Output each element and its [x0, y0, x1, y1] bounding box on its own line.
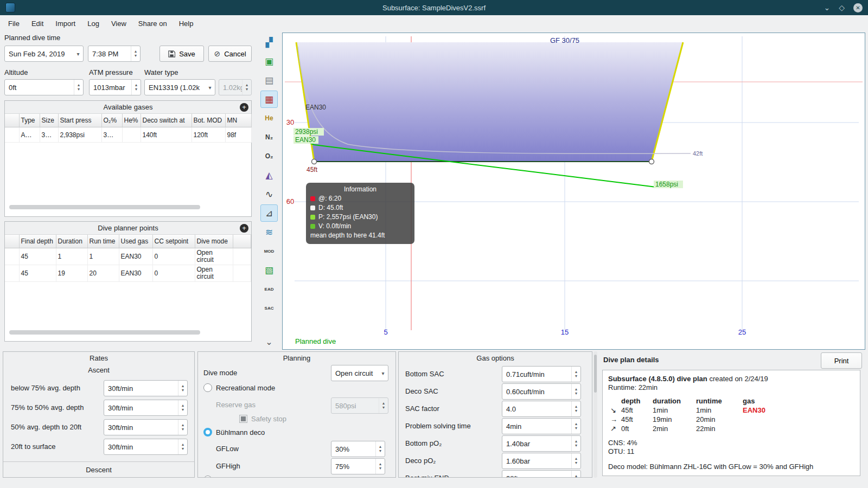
- spinner-arrows[interactable]: [571, 471, 580, 478]
- point-setpoint-cell[interactable]: 0: [152, 265, 195, 282]
- gases-header-start-press[interactable]: Start press: [58, 114, 101, 127]
- points-header-delete[interactable]: [5, 235, 19, 248]
- add-gas-button[interactable]: +: [240, 103, 248, 112]
- water-type-value[interactable]: EN13319 (1.02k: [145, 84, 205, 92]
- gas-pressure-graph-icon[interactable]: ◭: [260, 166, 278, 184]
- gas-mnd-cell[interactable]: 98f: [225, 127, 251, 143]
- spinner-arrows[interactable]: [131, 46, 140, 61]
- buhlmann-deco-radio[interactable]: [203, 428, 212, 436]
- points-header-duration[interactable]: Duration: [56, 235, 87, 248]
- pp-n2-icon[interactable]: N₂: [260, 129, 278, 146]
- menu-file[interactable]: File: [2, 17, 25, 30]
- point-runtime-cell[interactable]: 1: [87, 248, 119, 265]
- spinner-arrows[interactable]: [74, 80, 83, 95]
- gases-hscrollbar[interactable]: [9, 205, 200, 209]
- gflow-value[interactable]: 30%: [331, 445, 375, 453]
- atm-pressure-value[interactable]: 1013mbar: [90, 84, 131, 92]
- delete-point-cell[interactable]: [5, 248, 19, 265]
- gas-size-cell[interactable]: 3…: [40, 127, 58, 143]
- profile-graph-icon[interactable]: ▞: [260, 34, 278, 51]
- menu-help[interactable]: Help: [173, 17, 200, 30]
- best-mix-end-spinner[interactable]: 98ft: [502, 470, 581, 478]
- delete-point-cell[interactable]: [5, 265, 19, 282]
- menu-share-on[interactable]: Share on: [132, 17, 173, 30]
- scroll-down-icon[interactable]: ⌄: [260, 333, 278, 350]
- gflow-spinner[interactable]: 30%: [331, 441, 385, 457]
- spinner-arrows[interactable]: [131, 80, 141, 95]
- sac-rate-icon[interactable]: SAC: [260, 299, 278, 317]
- point-gas-cell[interactable]: EAN30: [119, 248, 152, 265]
- gas-option-value[interactable]: 1.40bar: [502, 440, 571, 448]
- spinner-arrows[interactable]: [375, 441, 385, 457]
- spinner-arrows[interactable]: [571, 453, 580, 468]
- close-icon[interactable]: ✕: [853, 3, 863, 12]
- point-depth-cell[interactable]: 45: [19, 248, 56, 265]
- point-setpoint-cell[interactable]: 0: [152, 248, 195, 265]
- heart-rate-icon[interactable]: ∿: [260, 185, 278, 203]
- photos-icon[interactable]: ▣: [260, 53, 278, 70]
- gas-o2-cell[interactable]: 3…: [101, 127, 122, 143]
- add-point-button[interactable]: +: [240, 224, 248, 233]
- gfhigh-spinner[interactable]: 75%: [331, 458, 385, 474]
- point-runtime-cell[interactable]: 20: [87, 265, 119, 282]
- mod-icon[interactable]: MOD: [260, 242, 278, 260]
- ascent-rate-stops-spinner[interactable]: 30ft/min: [104, 419, 188, 435]
- sac-color-icon[interactable]: ▧: [260, 261, 278, 279]
- gas-option-value[interactable]: 98ft: [502, 474, 571, 478]
- chevron-down-icon[interactable]: [73, 46, 83, 61]
- spinner-arrows[interactable]: [178, 420, 187, 435]
- points-header-runtime[interactable]: Run time: [87, 235, 119, 248]
- points-header-gas[interactable]: Used gas: [119, 235, 152, 248]
- ruler-icon[interactable]: ⊿: [260, 204, 278, 222]
- gases-header-bot-mod[interactable]: Bot. MOD: [192, 114, 225, 127]
- point-mode-cell[interactable]: Open circuit: [195, 248, 233, 265]
- gases-header-type[interactable]: Type: [19, 114, 40, 127]
- gases-header-o2[interactable]: O₂%: [101, 114, 122, 127]
- dive-profile-chart[interactable]: GF 30/75 EAN30 2938psi EAN30 45ft 42ft 1…: [282, 33, 865, 350]
- spinner-arrows[interactable]: [571, 384, 580, 399]
- sac-factor-spinner[interactable]: 4.0: [502, 401, 581, 417]
- ead-icon[interactable]: EAD: [260, 280, 278, 298]
- point-depth-cell[interactable]: 45: [19, 265, 56, 282]
- print-button[interactable]: Print: [821, 352, 862, 369]
- points-hscrollbar[interactable]: [9, 330, 200, 335]
- water-type-combobox[interactable]: EN13319 (1.02k: [144, 79, 215, 95]
- tissues-icon[interactable]: ≋: [260, 223, 278, 241]
- planner-vscrollbar[interactable]: [593, 351, 597, 478]
- ascent-rate-75-spinner[interactable]: 30ft/min: [104, 380, 188, 396]
- menu-view[interactable]: View: [105, 17, 132, 30]
- cancel-button[interactable]: ⊘ Cancel: [208, 46, 252, 62]
- menu-import[interactable]: Import: [49, 17, 81, 30]
- deco-sac-spinner[interactable]: 0.60cuft/min: [502, 383, 581, 400]
- spinner-arrows[interactable]: [571, 419, 580, 434]
- gases-header-he[interactable]: He%: [122, 114, 141, 127]
- information-tooltip[interactable]: Information @: 6:20 D: 45.0ft P: 2,557ps…: [306, 183, 414, 244]
- gas-start-press-cell[interactable]: 2,938psi: [58, 127, 101, 143]
- maximize-icon[interactable]: ◇: [839, 4, 845, 11]
- problem-solving-time-spinner[interactable]: 4min: [502, 418, 581, 434]
- altitude-spinner[interactable]: 0ft: [4, 79, 84, 95]
- gases-header-size[interactable]: Size: [40, 114, 58, 127]
- spinner-arrows[interactable]: [375, 459, 385, 474]
- buhlmann-deco-label[interactable]: Bühlmann deco: [216, 428, 265, 436]
- dive-date-combobox[interactable]: Sun Feb 24, 2019: [4, 46, 84, 62]
- gas-deco-switch-cell[interactable]: 140ft: [141, 127, 192, 143]
- rate-value[interactable]: 30ft/min: [104, 443, 178, 451]
- gas-he-cell[interactable]: [122, 127, 141, 143]
- dive-mode-combobox[interactable]: Open circuit: [331, 365, 388, 381]
- gases-header-deco-switch[interactable]: Deco switch at: [141, 114, 192, 127]
- rate-value[interactable]: 30ft/min: [104, 384, 178, 393]
- save-button[interactable]: Save: [159, 46, 204, 62]
- point-mode-cell[interactable]: Open circuit: [195, 265, 233, 282]
- gas-bot-mod-cell[interactable]: 120ft: [192, 127, 225, 143]
- recreational-mode-label[interactable]: Recreational mode: [216, 384, 275, 392]
- dive-time-value[interactable]: 7:38 PM: [88, 50, 131, 58]
- spinner-arrows[interactable]: [178, 400, 187, 415]
- ascent-rate-surface-spinner[interactable]: 30ft/min: [104, 439, 188, 455]
- chevron-down-icon[interactable]: [205, 80, 215, 95]
- dive-date-value[interactable]: Sun Feb 24, 2019: [5, 50, 73, 58]
- dc-ceiling-icon[interactable]: ▦: [260, 91, 278, 108]
- bottom-po2-spinner[interactable]: 1.40bar: [502, 435, 581, 452]
- menu-log[interactable]: Log: [81, 17, 105, 30]
- ceiling-icon[interactable]: ▤: [260, 72, 278, 89]
